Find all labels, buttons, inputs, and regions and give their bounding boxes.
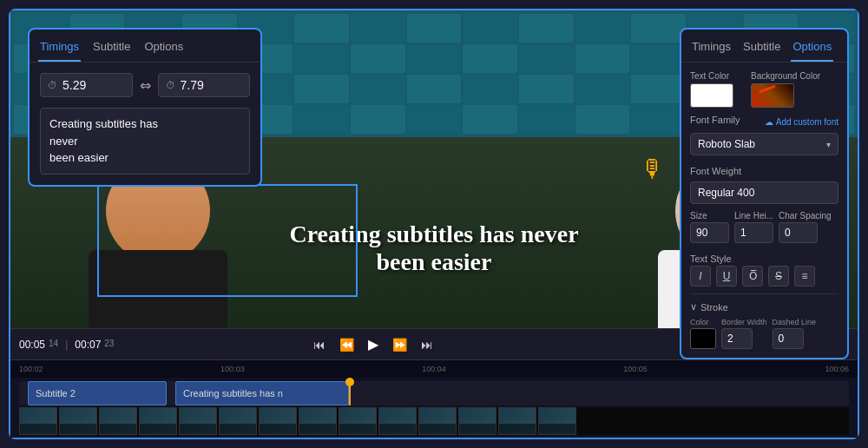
rewind-button[interactable]: ⏪ [336,336,358,353]
thumb-1 [19,407,57,435]
tab-timings-left[interactable]: Timings [38,36,81,62]
play-button[interactable]: ▶ [365,334,382,354]
time-display: 00:05 14 | 00:07 23 [19,339,114,351]
font-weight-label: Font Weight [690,166,741,176]
chevron-down-icon: ▾ [826,140,831,149]
subtitle-line3: been easier [49,149,240,167]
time-current-sub: 14 [49,339,58,351]
overline-button[interactable]: O̅ [742,266,763,287]
subtitle-track: Subtitle 2 Creating subtitles has n [19,381,849,405]
char-spacing-field: Char Spacing 0 [779,211,832,243]
cloud-icon: ☁ [765,117,773,127]
font-family-value: Roboto Slab [698,138,755,150]
stroke-color-field: Color [690,318,716,349]
line-height-input[interactable]: 1 [734,222,773,243]
text-color-swatch[interactable] [690,83,733,108]
char-spacing-input[interactable]: 0 [779,222,818,243]
line-height-field: Line Hei... 1 [734,211,773,243]
right-panel-content: Text Color Background Color Font Family … [681,63,847,358]
thumb-13 [498,407,536,435]
skip-forward-button[interactable]: ⏭ [418,336,437,353]
left-panel-tabs: Timings Subtitle Options [30,30,260,63]
font-weight-value: Regular 400 [698,187,754,199]
thumb-11 [418,407,457,435]
timing-end-box[interactable]: ⏱ 7.79 [158,73,251,97]
time-end: 00:07 [75,339,101,351]
thumb-7 [259,407,297,435]
timing-row: ⏱ 5.29 ⇔ ⏱ 7.79 [40,73,250,97]
stroke-dashed-field: Dashed Line 0 [773,318,817,349]
subtitle-block-2[interactable]: Creating subtitles has n [175,381,349,405]
italic-button[interactable]: I [690,266,711,287]
clock-icon-end: ⏱ [166,80,175,90]
timing-start-value: 5.29 [62,78,86,92]
stroke-dashed-value: 0 [779,333,785,345]
size-label: Size [690,211,729,221]
thumb-10 [378,407,417,435]
left-panel: Timings Subtitle Options ⏱ 5.29 ⇔ ⏱ 7.79… [28,28,262,187]
stroke-label: Stroke [700,302,728,313]
stroke-color-label: Color [690,318,716,326]
subtitle-block-1[interactable]: Subtitle 2 [28,381,167,405]
underline-button[interactable]: U [716,266,737,287]
tab-timings-right[interactable]: Timings [690,36,733,62]
playhead [349,381,351,405]
color-row: Text Color Background Color [690,71,838,108]
size-row: Size 90 Line Hei... 1 Char Spacing 0 [690,211,838,243]
thumb-2 [59,407,97,435]
chevron-down-stroke-icon: ∨ [690,301,697,313]
time-current: 00:05 [19,339,45,351]
line-height-label: Line Hei... [734,211,773,221]
font-weight-select[interactable]: Regular 400 [690,181,838,204]
char-spacing-value: 0 [785,227,791,239]
thumb-9 [339,407,377,435]
add-custom-font-button[interactable]: ☁ Add custom font [765,117,838,127]
ruler-mark-1: 100:02 [19,365,43,373]
background-color-label: Background Color [751,71,820,81]
stroke-border-label: Border Width [721,318,767,326]
thumbnail-strip [19,407,849,435]
strikethrough-button[interactable]: S [768,266,789,287]
char-spacing-label: Char Spacing [779,211,832,221]
font-family-label: Font Family [690,115,740,125]
subtitle-preview: Creating subtitles has never been easier [40,108,250,175]
size-value: 90 [696,227,707,239]
timing-end-value: 7.79 [181,78,204,92]
stroke-dashed-input[interactable]: 0 [773,328,804,349]
stroke-dashed-label: Dashed Line [773,318,817,326]
timeline-tracks: Subtitle 2 Creating subtitles has n [10,378,858,438]
stroke-color-swatch[interactable] [690,328,716,349]
background-color-swatch[interactable] [751,83,794,108]
fast-forward-button[interactable]: ⏩ [389,336,411,353]
align-button[interactable]: ≡ [794,266,815,287]
ruler-mark-2: 100:03 [220,365,245,373]
tab-subtitle-right[interactable]: Subtitle [741,36,782,62]
left-panel-content: ⏱ 5.29 ⇔ ⏱ 7.79 Creating subtitles has n… [30,63,260,185]
timeline-ruler: 100:02 100:03 100:04 100:05 100:06 [10,360,858,378]
ruler-mark-5: 100:06 [825,365,849,373]
thumb-5 [179,407,217,435]
thumb-14 [538,407,576,435]
font-weight-section: Font Weight Regular 400 [690,162,838,204]
stroke-section: ∨ Stroke Color Border Width 2 [690,293,838,349]
ruler-mark-4: 100:05 [623,365,648,373]
thumb-8 [299,407,337,435]
stroke-border-value: 2 [727,333,733,345]
ruler-marks: 100:02 100:03 100:04 100:05 100:06 [19,365,849,373]
timing-arrow-icon: ⇔ [140,77,151,94]
tab-subtitle-left[interactable]: Subtitle [91,36,132,62]
right-panel: Timings Subtitle Options Text Color Back… [680,28,849,359]
tab-options-left[interactable]: Options [142,36,185,62]
skip-back-button[interactable]: ⏮ [310,336,329,353]
time-end-sub: 23 [104,339,114,351]
size-input[interactable]: 90 [690,222,729,243]
text-color-label: Text Color [690,71,733,81]
main-container: Timings Subtitle Options ⏱ 5.29 ⇔ ⏱ 7.79… [9,9,859,439]
timing-start-box[interactable]: ⏱ 5.29 [40,73,133,97]
stroke-border-input[interactable]: 2 [721,328,753,349]
font-family-select[interactable]: Roboto Slab ▾ [690,133,838,155]
playback-controls: ⏮ ⏪ ▶ ⏩ ⏭ [310,334,437,354]
thumb-12 [458,407,496,435]
tab-options-right[interactable]: Options [791,36,833,62]
size-field: Size 90 [690,211,729,243]
